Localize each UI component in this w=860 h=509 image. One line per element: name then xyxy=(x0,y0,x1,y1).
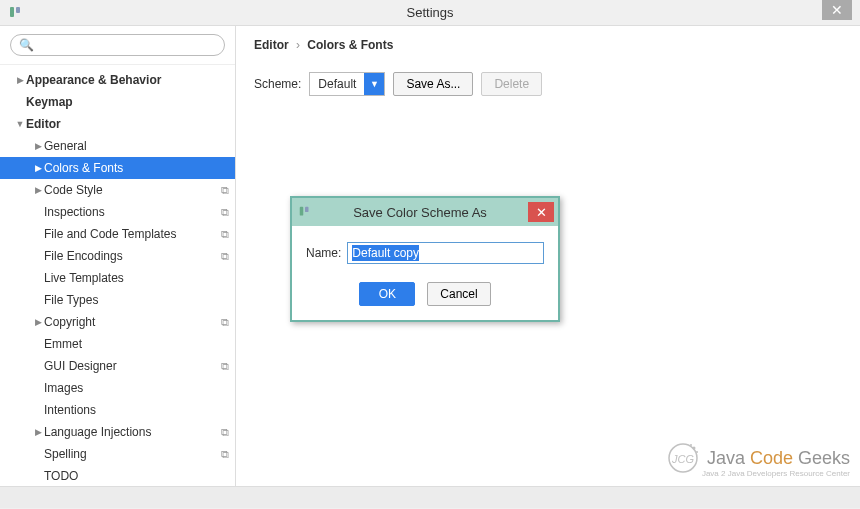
name-input[interactable]: Default copy xyxy=(347,242,544,264)
dialog-button-row: OK Cancel xyxy=(306,282,544,306)
save-scheme-dialog: Save Color Scheme As ✕ Name: Default cop… xyxy=(290,196,560,322)
cancel-button[interactable]: Cancel xyxy=(427,282,490,306)
close-icon: ✕ xyxy=(536,205,547,220)
dialog-close-button[interactable]: ✕ xyxy=(528,202,554,222)
name-label: Name: xyxy=(306,246,341,260)
name-row: Name: Default copy xyxy=(306,242,544,264)
name-input-value: Default copy xyxy=(352,245,419,261)
dialog-titlebar: Save Color Scheme As ✕ xyxy=(292,198,558,226)
svg-rect-8 xyxy=(305,207,309,212)
dialog-body: Name: Default copy OK Cancel xyxy=(292,226,558,320)
modal-overlay: Save Color Scheme As ✕ Name: Default cop… xyxy=(0,0,860,509)
dialog-title: Save Color Scheme As xyxy=(312,205,528,220)
svg-rect-7 xyxy=(300,207,304,216)
ok-button[interactable]: OK xyxy=(359,282,415,306)
dialog-logo-icon xyxy=(298,205,312,219)
